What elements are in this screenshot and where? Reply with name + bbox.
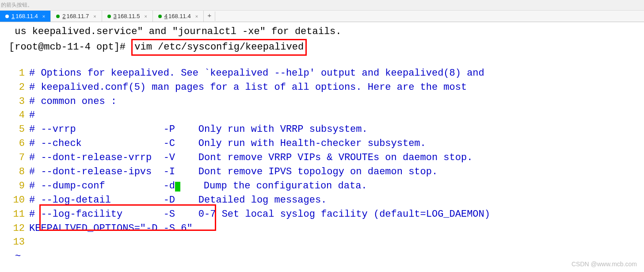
code-line: 7# --dont-release-vrrp -V Dont remove VR…: [9, 151, 644, 165]
code-line: 9# --dump-conf -d Dump the configuration…: [9, 179, 644, 193]
terminal-prompt-line: [root@mcb-11-4 opt]# vim /etc/sysconfig/…: [9, 39, 644, 56]
code-line: 4#: [9, 108, 644, 123]
line-number: 12: [9, 222, 29, 236]
cursor-icon: [175, 182, 180, 192]
terminal-output-line: us keepalived.service" and "journalctl -…: [9, 25, 644, 39]
code-content: # --check -C Only run with Health-checke…: [29, 137, 426, 151]
status-dot-icon: [158, 15, 162, 18]
line-number: 13: [9, 235, 29, 249]
close-icon[interactable]: ×: [42, 14, 45, 19]
terminal-area[interactable]: us keepalived.service" and "journalctl -…: [0, 22, 644, 264]
code-content: # common ones :: [29, 95, 117, 109]
close-icon[interactable]: ×: [144, 14, 147, 19]
tab-number: 3: [114, 13, 117, 19]
code-content: KEEPALIVED_OPTIONS="-D -S 6": [29, 222, 193, 236]
tab-3[interactable]: 3 168.11.5 ×: [102, 11, 153, 22]
code-line: 3# common ones :: [9, 95, 644, 109]
code-content: #: [29, 108, 35, 123]
tab-number: 4: [164, 13, 168, 19]
code-content: # --dump-conf -d Dump the configuration …: [29, 179, 367, 193]
vim-empty-line: ~: [9, 249, 644, 264]
code-content: # --log-facility -S 0-7 Set local syslog…: [29, 207, 490, 222]
close-icon[interactable]: ×: [195, 14, 198, 19]
line-number: 3: [9, 95, 29, 109]
code-line: 5# --vrrp -P Only run with VRRP subsyste…: [9, 123, 644, 137]
status-dot-icon: [5, 15, 9, 18]
vim-editor-area[interactable]: 1# Options for keepalived. See `keepaliv…: [9, 66, 644, 250]
code-line: 13: [9, 235, 644, 249]
line-number: 9: [9, 179, 29, 193]
code-content: # Options for keepalived. See `keepalive…: [29, 66, 484, 80]
line-number: 1: [9, 66, 29, 80]
code-content: # --dont-release-ipvs -I Dont remove IPV…: [29, 165, 438, 179]
highlight-box-command: vim /etc/sysconfig/keepalived: [131, 39, 307, 56]
line-number: 2: [9, 80, 29, 95]
code-content: # keepalived.conf(5) man pages for a lis…: [29, 80, 467, 95]
line-number: 8: [9, 165, 29, 179]
code-line: 1# Options for keepalived. See `keepaliv…: [9, 66, 644, 80]
line-number: 4: [9, 108, 29, 123]
close-icon[interactable]: ×: [93, 14, 96, 19]
add-tab-button[interactable]: +: [204, 11, 215, 21]
code-line: 10# --log-detail -D Detailed log message…: [9, 193, 644, 207]
tab-bar: 1 168.11.4 × 2 168.11.7 × 3 168.11.5 × 4…: [0, 11, 644, 22]
tab-label: 168.11.4: [168, 13, 191, 19]
tab-1[interactable]: 1 168.11.4 ×: [0, 11, 51, 22]
line-number: 7: [9, 151, 29, 165]
code-line: 8# --dont-release-ipvs -I Dont remove IP…: [9, 165, 644, 179]
shell-prompt: [root@mcb-11-4 opt]#: [9, 42, 131, 53]
code-content: # --dont-release-vrrp -V Dont remove VRR…: [29, 151, 473, 165]
code-line: 2# keepalived.conf(5) man pages for a li…: [9, 80, 644, 95]
tab-label: 168.11.5: [118, 13, 140, 19]
status-dot-icon: [56, 15, 60, 18]
code-line: 12KEEPALIVED_OPTIONS="-D -S 6": [9, 222, 644, 236]
line-number: 10: [9, 193, 29, 207]
line-number: 11: [9, 207, 29, 222]
code-line: 6# --check -C Only run with Health-check…: [9, 137, 644, 151]
status-dot-icon: [107, 15, 111, 18]
tab-2[interactable]: 2 168.11.7 ×: [51, 11, 102, 22]
tab-label: 168.11.7: [67, 13, 89, 19]
line-number: 5: [9, 123, 29, 137]
code-line: 11# --log-facility -S 0-7 Set local sysl…: [9, 207, 644, 222]
window-title: 的箭头按钮。: [0, 0, 644, 11]
tab-label: 168.11.4: [15, 13, 38, 19]
tab-4[interactable]: 4 168.11.4 ×: [153, 11, 204, 22]
watermark: CSDN @www.mcb.com: [572, 261, 637, 268]
tab-number: 1: [11, 13, 15, 19]
line-number: 6: [9, 137, 29, 151]
tab-number: 2: [62, 13, 65, 19]
code-content: # --log-detail -D Detailed log messages.: [29, 193, 327, 207]
code-content: # --vrrp -P Only run with VRRP subsystem…: [29, 123, 368, 137]
